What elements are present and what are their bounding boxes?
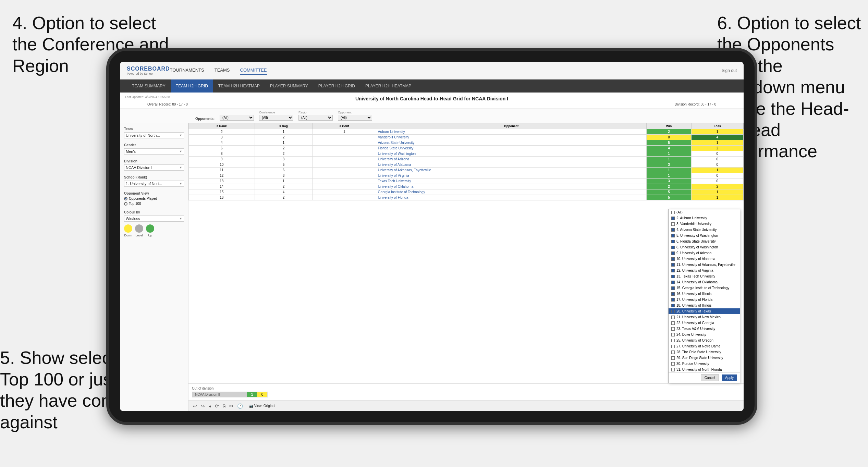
grid-table-container[interactable]: # Rank # Rag # Conf Opponent Win Loss 2 bbox=[188, 123, 744, 383]
school-value[interactable]: 1. University of Nort... ▼ bbox=[124, 181, 184, 187]
dropdown-item[interactable]: 4. Arizona State University bbox=[669, 227, 740, 233]
gender-value[interactable]: Men's ▼ bbox=[124, 148, 184, 155]
cell-opponent[interactable]: Texas Tech University bbox=[376, 179, 647, 184]
cell-opponent[interactable]: University of Arkansas, Fayetteville bbox=[376, 168, 647, 173]
opponent-select[interactable]: (All) bbox=[338, 115, 372, 121]
region-select[interactable]: (All) bbox=[298, 115, 333, 121]
nav-signout[interactable]: Sign out bbox=[722, 68, 737, 73]
table-row[interactable]: 14 2 University of Oklahoma 2 2 bbox=[189, 184, 744, 189]
table-row[interactable]: 10 5 University of Alabama 3 0 bbox=[189, 162, 744, 168]
dropdown-item[interactable]: 12. University of Virginia bbox=[669, 268, 740, 273]
dropdown-item[interactable]: 2. Auburn University bbox=[669, 215, 740, 221]
nav-teams[interactable]: TEAMS bbox=[215, 66, 230, 75]
cell-rag: 3 bbox=[255, 173, 313, 179]
toolbar-copy[interactable]: ⎘ bbox=[222, 403, 227, 409]
toolbar-undo[interactable]: ↩ bbox=[192, 403, 198, 409]
dropdown-item[interactable]: 29. San Diego State University bbox=[669, 355, 740, 361]
conference-select[interactable]: (All) bbox=[259, 115, 293, 121]
subnav-h2h-grid[interactable]: TEAM H2H GRID bbox=[171, 79, 213, 93]
dropdown-item[interactable]: 25. University of Oregon bbox=[669, 337, 740, 343]
dropdown-item[interactable]: 24. Duke University bbox=[669, 332, 740, 337]
radio-opponents-played[interactable]: Opponents Played bbox=[124, 197, 184, 200]
dropdown-item[interactable]: 31. University of North Florida bbox=[669, 367, 740, 372]
dropdown-item[interactable]: (All) bbox=[669, 209, 740, 215]
dropdown-item-label: 24. Duke University bbox=[676, 333, 706, 336]
cell-opponent[interactable]: University of Alabama bbox=[376, 162, 647, 168]
dropdown-item-label: 11. University of Arkansas, Fayetteville bbox=[676, 263, 735, 267]
table-row[interactable]: 3 2 Vanderbilt University 0 4 bbox=[189, 135, 744, 140]
dropdown-item[interactable]: 21. University of New Mexico bbox=[669, 314, 740, 320]
toolbar-back[interactable]: ◂ bbox=[208, 403, 212, 409]
dropdown-checkbox bbox=[671, 217, 675, 220]
color-legend: Down Level Up bbox=[124, 224, 184, 237]
dropdown-item[interactable]: 23. Texas A&M University bbox=[669, 326, 740, 332]
toolbar-redo[interactable]: ↪ bbox=[200, 403, 206, 409]
toolbar-refresh[interactable]: ⟳ bbox=[214, 403, 220, 409]
dropdown-item[interactable]: 22. University of Georgia bbox=[669, 320, 740, 326]
subnav-player-h2h-grid[interactable]: PLAYER H2H GRID bbox=[313, 79, 360, 93]
school-label: School (Rank) bbox=[124, 175, 184, 179]
apply-button[interactable]: Apply bbox=[722, 374, 737, 381]
dropdown-item[interactable]: 14. University of Oklahoma bbox=[669, 279, 740, 285]
cancel-button[interactable]: Cancel bbox=[701, 374, 719, 381]
table-row[interactable]: 13 1 Texas Tech University 3 0 bbox=[189, 179, 744, 184]
dropdown-item[interactable]: 10. University of Alabama bbox=[669, 256, 740, 262]
cell-opponent[interactable]: University of Washington bbox=[376, 151, 647, 157]
opponents-select[interactable]: (All) bbox=[220, 115, 254, 121]
table-row[interactable]: 6 2 Florida State University 4 2 bbox=[189, 146, 744, 151]
gender-label: Gender bbox=[124, 143, 184, 147]
table-row[interactable]: 11 6 University of Arkansas, Fayettevill… bbox=[189, 168, 744, 173]
dropdown-item[interactable]: 13. Texas Tech University bbox=[669, 273, 740, 279]
subnav-player-summary[interactable]: PLAYER SUMMARY bbox=[265, 79, 313, 93]
toolbar-crop[interactable]: ✂ bbox=[228, 403, 234, 409]
out-div-name: NCAA Division II bbox=[192, 392, 247, 397]
radio-top100[interactable]: Top 100 bbox=[124, 202, 184, 206]
colour-by-value[interactable]: Win/loss ▼ bbox=[124, 216, 184, 222]
toolbar-clock[interactable]: 🕐 bbox=[236, 403, 244, 409]
cell-opponent[interactable]: University of Florida bbox=[376, 195, 647, 200]
dropdown-item[interactable]: 20. University of Texas bbox=[669, 308, 740, 314]
table-row[interactable]: 15 4 Georgia Institute of Technology 5 1 bbox=[189, 189, 744, 195]
dropdown-checkbox bbox=[671, 222, 675, 226]
cell-rank: 12 bbox=[189, 173, 255, 179]
dropdown-item[interactable]: 27. University of Notre Dame bbox=[669, 343, 740, 349]
dropdown-item[interactable]: 6. Florida State University bbox=[669, 238, 740, 244]
dropdown-item[interactable]: 28. The Ohio State University bbox=[669, 349, 740, 355]
dropdown-item[interactable]: 16. University of Illinois bbox=[669, 291, 740, 297]
cell-opponent[interactable]: University of Virginia bbox=[376, 173, 647, 179]
table-row[interactable]: 16 2 University of Florida 5 1 bbox=[189, 195, 744, 200]
cell-opponent[interactable]: Auburn University bbox=[376, 129, 647, 135]
dropdown-item[interactable]: 17. University of Florida bbox=[669, 297, 740, 303]
dropdown-item[interactable]: 8. University of Washington bbox=[669, 244, 740, 250]
dropdown-item[interactable]: 11. University of Arkansas, Fayetteville bbox=[669, 262, 740, 268]
table-body: 2 1 1 Auburn University 2 1 3 2 Vanderbi… bbox=[189, 129, 744, 200]
dropdown-item[interactable]: 15. Georgia Institute of Technology bbox=[669, 285, 740, 291]
table-row[interactable]: 12 3 University of Virginia 1 0 bbox=[189, 173, 744, 179]
cell-opponent[interactable]: University of Arizona bbox=[376, 157, 647, 162]
cell-opponent[interactable]: Arizona State University bbox=[376, 140, 647, 146]
team-value[interactable]: University of North... ▼ bbox=[124, 132, 184, 138]
cell-opponent[interactable]: Florida State University bbox=[376, 146, 647, 151]
subnav-player-h2h-heatmap[interactable]: PLAYER H2H HEATMAP bbox=[360, 79, 416, 93]
dropdown-item[interactable]: 30. Purdue University bbox=[669, 361, 740, 367]
dropdown-item-label: 2. Auburn University bbox=[676, 216, 707, 220]
table-row[interactable]: 8 2 University of Washington 1 0 bbox=[189, 151, 744, 157]
cell-opponent[interactable]: University of Oklahoma bbox=[376, 184, 647, 189]
cell-opponent[interactable]: Vanderbilt University bbox=[376, 135, 647, 140]
table-row[interactable]: 4 1 Arizona State University 5 1 bbox=[189, 140, 744, 146]
dropdown-item[interactable]: 9. University of Arizona bbox=[669, 250, 740, 256]
cell-opponent[interactable]: Georgia Institute of Technology bbox=[376, 189, 647, 195]
nav-tournaments[interactable]: TOURNAMENTS bbox=[170, 66, 204, 75]
dropdown-item-label: 17. University of Florida bbox=[676, 298, 712, 302]
nav-committee[interactable]: COMMITTEE bbox=[240, 66, 267, 75]
subnav-h2h-heatmap[interactable]: TEAM H2H HEATMAP bbox=[213, 79, 265, 93]
opponent-dropdown[interactable]: (All)2. Auburn University3. Vanderbilt U… bbox=[668, 209, 740, 383]
table-row[interactable]: 9 3 University of Arizona 1 0 bbox=[189, 157, 744, 162]
subnav-team-summary[interactable]: TEAM SUMMARY bbox=[127, 79, 171, 93]
dropdown-item[interactable]: 3. Vanderbilt University bbox=[669, 221, 740, 227]
opponents-label: Opponents: bbox=[195, 117, 215, 121]
dropdown-item[interactable]: 5. University of Washington bbox=[669, 233, 740, 238]
table-row[interactable]: 2 1 1 Auburn University 2 1 bbox=[189, 129, 744, 135]
division-value[interactable]: NCAA Division I ▼ bbox=[124, 164, 184, 171]
dropdown-item[interactable]: 18. University of Illinois bbox=[669, 303, 740, 308]
